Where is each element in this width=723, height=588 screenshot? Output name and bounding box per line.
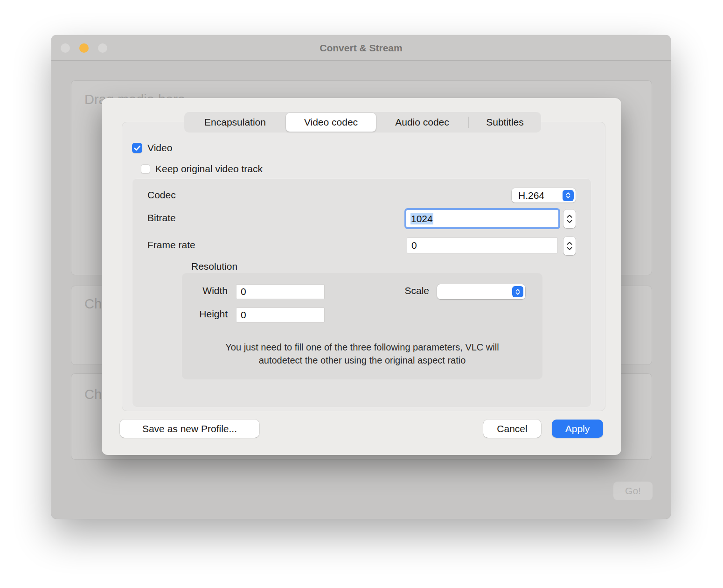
tab-video-codec[interactable]: Video codec [286,113,376,132]
tab-encapsulation[interactable]: Encapsulation [184,112,286,133]
codec-label: Codec [147,189,176,201]
keep-original-checkbox[interactable] [141,164,150,174]
stepper-up-icon[interactable] [567,242,572,245]
window-title: Convert & Stream [51,35,671,61]
checkmark-icon [134,146,140,151]
framerate-label: Frame rate [147,239,195,251]
tab-audio-codec[interactable]: Audio codec [376,112,468,133]
choose-destination-label: Ch [84,387,102,402]
codec-popup-value: H.264 [512,190,563,201]
tab-bar: Encapsulation Video codec Audio codec Su… [184,112,541,133]
stepper-down-icon[interactable] [567,247,572,250]
convert-stream-window: Convert & Stream Drag media here Ch Ch G… [51,35,671,519]
width-value: 0 [236,286,246,297]
resolution-group: Width 0 Height 0 Scale You ju [182,273,542,379]
resolution-note: You just need to fill one of the three f… [187,341,538,367]
choose-profile-label: Ch [84,296,102,312]
stepper-down-icon[interactable] [567,220,572,223]
video-checkbox-row[interactable]: Video [132,142,172,154]
framerate-value: 0 [407,240,417,251]
height-label: Height [195,308,228,320]
width-label: Width [195,285,228,296]
stepper-up-icon[interactable] [567,215,572,218]
go-button[interactable]: Go! [613,482,653,500]
video-codec-sheet: Encapsulation Video codec Audio codec Su… [102,98,621,455]
note-line-2: autodetect the other using the original … [187,354,538,367]
scale-popup[interactable] [437,284,525,299]
popup-chevrons-icon [563,190,574,201]
note-line-1: You just need to fill one of the three f… [187,341,538,354]
titlebar: Convert & Stream [51,35,671,61]
bitrate-label: Bitrate [147,212,176,224]
cancel-button[interactable]: Cancel [483,420,541,438]
keep-original-checkbox-row[interactable]: Keep original video track [141,163,263,175]
popup-chevrons-icon [512,286,523,297]
save-as-new-profile-button[interactable]: Save as new Profile... [120,420,259,438]
bitrate-input[interactable]: 1024 [406,210,558,227]
framerate-input[interactable]: 0 [407,238,558,253]
apply-button[interactable]: Apply [552,420,603,438]
resolution-title: Resolution [191,261,237,272]
codec-popup[interactable]: H.264 [512,188,576,203]
bitrate-value: 1024 [410,213,433,224]
framerate-stepper[interactable] [563,237,576,255]
bitrate-stepper[interactable] [563,210,576,228]
keep-original-checkbox-label: Keep original video track [155,163,263,175]
height-input[interactable]: 0 [236,308,325,322]
video-checkbox[interactable] [132,143,142,153]
width-input[interactable]: 0 [236,284,325,299]
scale-label: Scale [392,285,429,296]
video-checkbox-label: Video [147,142,172,154]
codec-settings-group: Codec H.264 Bitrate 1024 Frame rate 0 [132,178,591,407]
height-value: 0 [236,309,246,321]
tab-subtitles[interactable]: Subtitles [469,112,541,133]
